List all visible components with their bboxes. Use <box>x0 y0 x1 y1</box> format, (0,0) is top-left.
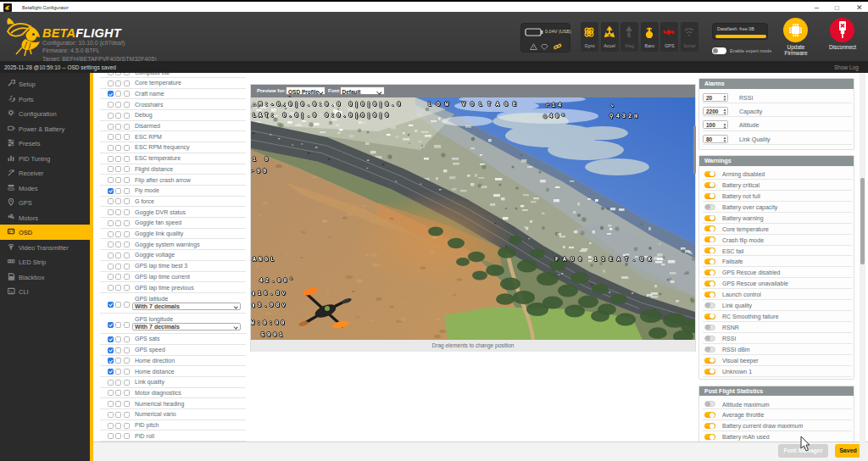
svg-text:N: N <box>627 32 632 38</box>
svg-text:!: ! <box>533 46 534 50</box>
